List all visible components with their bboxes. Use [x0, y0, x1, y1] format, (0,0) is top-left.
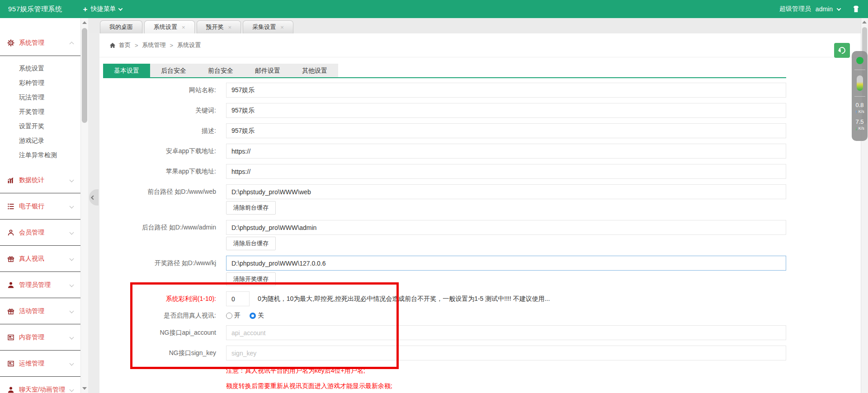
sidebar-group-label: 真人视讯 — [19, 255, 44, 263]
sidebar-item-live-video[interactable]: 真人视讯 — [0, 246, 80, 272]
sidebar-item-system-management[interactable]: 系统管理 — [0, 30, 80, 56]
sidebar-item-member-management[interactable]: 会员管理 — [0, 220, 80, 246]
chevron-down-icon — [70, 335, 74, 340]
close-icon[interactable]: × — [280, 24, 284, 30]
scroll-up-icon[interactable] — [82, 21, 87, 24]
sidebar-item-game-records[interactable]: 游戏记录 — [0, 134, 80, 148]
scrollbar-thumb[interactable] — [82, 28, 87, 123]
sidebar-item-content-management[interactable]: 内容管理 — [0, 324, 80, 351]
radio-icon-unchecked[interactable] — [226, 313, 232, 319]
chevron-down-icon[interactable] — [837, 6, 841, 11]
tab-frontend-security[interactable]: 前台安全 — [197, 64, 244, 77]
front-path-input[interactable] — [226, 184, 786, 199]
form-row-ios-url: 苹果app下载地址: — [99, 164, 786, 179]
radio-label: 开 — [234, 312, 241, 320]
tab-label: 系统设置 — [154, 23, 177, 31]
radio-option-off[interactable]: 关 — [250, 312, 264, 320]
form-row-ng-key: NG接口sign_key — [99, 346, 786, 360]
tab-basic-settings[interactable]: 基本设置 — [103, 64, 150, 77]
chevron-down-icon — [70, 257, 74, 261]
chevron-down-icon — [70, 388, 74, 392]
sidebar-group-label: 数据统计 — [19, 176, 44, 184]
tab-other-settings[interactable]: 其他设置 — [291, 64, 338, 77]
chevron-down-icon — [70, 204, 74, 209]
breadcrumb-separator: > — [135, 42, 138, 49]
sidebar-item-system-settings[interactable]: 系统设置 — [0, 61, 80, 76]
sidebar-item-e-bank[interactable]: 电子银行 — [0, 193, 80, 220]
live-video-radio-group: 开 关 — [226, 312, 264, 320]
sidebar-scrollbar[interactable] — [80, 18, 88, 393]
upload-speed-unit: ↑ K/s — [855, 109, 864, 114]
form-row-ng-account: NG接口api_account — [99, 325, 786, 340]
draw-path-input[interactable] — [226, 256, 786, 271]
android-app-url-input[interactable] — [226, 144, 786, 159]
sidebar-group-label: 系统管理 — [19, 39, 44, 47]
keywords-input[interactable] — [226, 103, 786, 118]
news-icon — [7, 334, 14, 341]
upload-speed-value: 0.8 — [855, 102, 863, 108]
refresh-icon — [837, 46, 847, 55]
form-row-site-name: 网站名称: — [99, 83, 786, 98]
sidebar-collapse-handle[interactable] — [89, 189, 99, 206]
sidebar-item-admin-management[interactable]: 管理员管理 — [0, 272, 80, 298]
tab-my-desktop[interactable]: 我的桌面 — [100, 20, 142, 33]
ios-app-url-input[interactable] — [226, 164, 786, 179]
scroll-up-icon[interactable] — [862, 21, 867, 23]
sidebar-item-lottery-management[interactable]: 彩种管理 — [0, 76, 80, 90]
topbar: 957娱乐管理系统 + 快捷菜单 超级管理员 admin — [0, 0, 868, 18]
ng-sign-key-input[interactable] — [226, 346, 786, 360]
ng-api-account-input[interactable] — [226, 325, 786, 340]
close-icon[interactable]: × — [228, 24, 232, 30]
quick-menu-button[interactable]: + 快捷菜单 — [83, 5, 123, 13]
gear-icon — [7, 39, 14, 47]
sidebar-item-chatroom-animation[interactable]: 聊天室/动画管理 — [0, 377, 80, 393]
sidebar-item-set-draw[interactable]: 设置开奖 — [0, 119, 80, 134]
status-dot-icon — [856, 57, 863, 64]
sidebar-item-play-management[interactable]: 玩法管理 — [0, 90, 80, 105]
tab-pre-draw[interactable]: 预开奖 × — [197, 20, 241, 33]
sidebar-item-ops-management[interactable]: 运维管理 — [0, 351, 80, 377]
speed-gauge-icon — [857, 75, 863, 91]
field-label: 描述: — [99, 127, 216, 135]
description-input[interactable] — [226, 123, 786, 138]
sidebar-item-draw-management[interactable]: 开奖管理 — [0, 105, 80, 119]
field-label: 关键词: — [99, 107, 216, 115]
username-dropdown[interactable]: admin — [816, 5, 833, 13]
profit-hint: 0为随机，10为最大,即控死,控死出现必中情况会造成前台不开奖，一般设置为1-5… — [258, 295, 550, 303]
close-icon[interactable]: × — [182, 24, 185, 30]
form-row-profit: 系统彩利润(1-10): 0为随机，10为最大,即控死,控死出现必中情况会造成前… — [99, 291, 786, 306]
plus-icon: + — [83, 5, 88, 13]
field-label: 网站名称: — [99, 86, 216, 94]
admin-path-input[interactable] — [226, 220, 786, 235]
sidebar-item-activity-management[interactable]: 活动管理 — [0, 298, 80, 324]
clear-admin-cache-button[interactable]: 清除后台缓存 — [226, 237, 276, 250]
tab-mail-settings[interactable]: 邮件设置 — [244, 64, 291, 77]
radio-option-on[interactable]: 开 — [226, 312, 241, 320]
chart-icon — [7, 177, 14, 184]
form-notes: 注意：真人视讯平台的用户名为key后4位+用户名; 额度转换后需要重新从视讯页面… — [226, 367, 786, 390]
site-name-input[interactable] — [226, 83, 786, 98]
tab-backend-security[interactable]: 后台安全 — [150, 64, 197, 77]
tab-system-settings[interactable]: 系统设置 × — [144, 20, 195, 33]
clear-front-cache-button[interactable]: 清除前台缓存 — [226, 201, 276, 215]
numbered-list-icon — [7, 203, 14, 210]
clear-draw-cache-button[interactable]: 清除开奖缓存 — [226, 272, 276, 286]
sidebar-group-label: 管理员管理 — [19, 281, 51, 289]
network-speed-widget[interactable]: 0.8 ↑ K/s 7.5 ↓ K/s — [852, 51, 868, 141]
tab-collect-settings[interactable]: 采集设置 × — [243, 20, 293, 33]
field-label-profit: 系统彩利润(1-10): — [99, 295, 216, 303]
sidebar-item-bet-anomaly-detection[interactable]: 注单异常检测 — [0, 148, 80, 163]
gift-icon — [7, 308, 14, 315]
sidebar-item-data-statistics[interactable]: 数据统计 — [0, 167, 80, 193]
download-speed-value: 7.5 — [855, 119, 863, 125]
breadcrumb-home[interactable]: 首页 — [119, 41, 131, 49]
form-row-description: 描述: — [99, 123, 786, 138]
radio-icon-checked[interactable] — [250, 313, 256, 319]
profit-input[interactable] — [226, 291, 250, 306]
scroll-down-icon[interactable] — [82, 387, 87, 390]
breadcrumb-system-management[interactable]: 系统管理 — [142, 41, 166, 49]
breadcrumb: 首页 > 系统管理 > 系统设置 — [99, 33, 861, 57]
theme-shirt-icon[interactable] — [852, 5, 860, 13]
sidebar-group-label: 会员管理 — [19, 229, 44, 237]
refresh-button[interactable] — [834, 43, 850, 58]
